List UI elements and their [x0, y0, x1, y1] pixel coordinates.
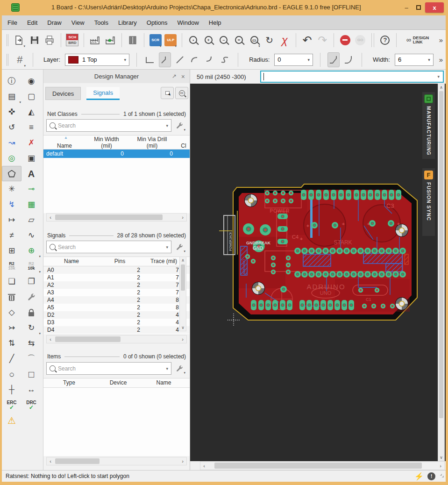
change-tool[interactable] [21, 289, 41, 305]
schematic-board-switch-button[interactable]: SCHBRD [66, 32, 79, 48]
arc-tool[interactable]: ⌒ [21, 351, 41, 366]
col-min-width[interactable]: Min Width(mil) [85, 136, 128, 149]
polygon-cutout-tool[interactable]: ▱ [21, 212, 41, 228]
dimension-tool[interactable]: ↔ [21, 382, 41, 397]
menu-item[interactable]: Tools [94, 19, 108, 26]
run-ulp-button[interactable]: ULP▾ [164, 32, 177, 48]
pad-tool[interactable]: ▣ [21, 150, 41, 166]
zoom-fit-button[interactable]: ▪ [187, 32, 200, 48]
items-search-input[interactable] [58, 365, 164, 372]
col-trace[interactable]: Trace (mil) [140, 257, 179, 266]
width-select[interactable]: 6▾ [395, 54, 434, 66]
tab-manufacturing[interactable]: MANUFACTURING [422, 92, 435, 159]
replace-tool[interactable]: ↻▾ [21, 320, 41, 335]
bend-style-3-button[interactable] [189, 52, 201, 67]
zoom-in-button[interactable]: + [202, 32, 215, 48]
redo-button[interactable]: ↷ [316, 32, 329, 48]
ripup-tool[interactable]: ✗ [21, 135, 41, 150]
print-button[interactable] [43, 32, 57, 48]
signal-row[interactable]: A327 [43, 289, 190, 296]
paste-tool[interactable]: ❐ [21, 274, 41, 289]
add-part-tool[interactable]: ⊞ [2, 243, 21, 258]
signals-search-input[interactable] [58, 244, 164, 250]
line-tool[interactable]: ╱ [2, 351, 21, 366]
info-tool[interactable]: ⓘ [2, 73, 21, 89]
signals-vscrollbar[interactable]: ∧ ∨ [179, 257, 186, 331]
menu-item[interactable]: Window [178, 19, 199, 26]
cam-processor-button[interactable] [88, 32, 101, 48]
col-pins[interactable]: Pins [100, 257, 140, 266]
net-class-row-selected[interactable]: default 0 0 [43, 150, 190, 158]
erc-tool[interactable]: ERC✓ [2, 397, 21, 413]
meander-tool[interactable]: ∿ [21, 228, 41, 243]
items-hscrollbar[interactable]: ‹› [46, 457, 187, 465]
mirror-tool[interactable]: ◭ [21, 104, 41, 120]
value-tool[interactable]: R210k▾ [21, 258, 41, 274]
col-min-via[interactable]: Min Via Drill(mil) [128, 136, 177, 149]
col-name[interactable]: ▲Name [43, 136, 85, 149]
new-open-button[interactable]: ▾ [13, 32, 26, 48]
bend-style-0-button[interactable] [144, 52, 156, 67]
menu-item[interactable]: File [7, 19, 17, 26]
menu-item[interactable]: Edit [27, 19, 37, 26]
text-tool[interactable]: A [21, 166, 41, 181]
redraw-button[interactable]: ↻ [263, 32, 276, 48]
lock-tool[interactable] [21, 305, 41, 320]
split-tool[interactable]: ≠ [2, 228, 21, 243]
delete-tool[interactable] [2, 289, 21, 305]
signal-row[interactable]: D424 [43, 326, 190, 334]
mitre-button[interactable]: χ [278, 32, 291, 48]
zoom-out-button[interactable]: − [217, 32, 230, 48]
port-tool[interactable]: ↦ [2, 212, 21, 228]
align-tool[interactable]: ≡ [21, 120, 41, 135]
signal-row[interactable]: A528 [43, 304, 190, 311]
toolbar2-drag-handle[interactable] [7, 54, 8, 66]
maximize-button[interactable] [413, 2, 424, 13]
group-tool[interactable]: ▢ [21, 89, 41, 104]
undo-button[interactable]: ↶ [301, 32, 314, 48]
signals-hscrollbar[interactable]: ‹› [46, 335, 187, 343]
command-input[interactable]: ▾ [260, 71, 444, 83]
pinswap-tool[interactable]: ⇅ [2, 335, 21, 351]
drc-tool[interactable]: DRC✓ [21, 397, 41, 413]
toolbar-drag-handle[interactable] [7, 34, 8, 46]
col-cl[interactable]: Cl [177, 136, 191, 149]
signal-row[interactable]: A227 [43, 281, 190, 289]
help-button[interactable]: ? [379, 32, 392, 48]
signal-row[interactable]: D324 [43, 319, 190, 326]
run-script-button[interactable]: SCR▾ [149, 32, 162, 48]
bend-style-5-button[interactable] [219, 52, 231, 67]
bend-style-2-button[interactable] [174, 52, 186, 67]
grid-button[interactable]: #▾ [13, 52, 26, 68]
polygon-tool[interactable] [2, 166, 21, 181]
net-tool[interactable]: ⊸ [21, 181, 41, 197]
tab-devices[interactable]: Devices [45, 87, 81, 100]
zoom-select-button[interactable]: ▭▾ [248, 32, 261, 48]
canvas-hscrollbar[interactable]: ‹› [200, 461, 445, 470]
rect-tool[interactable]: □ [21, 366, 41, 382]
signal-row[interactable]: D224 [43, 311, 190, 319]
design-link-button[interactable]: ∞ DESIGNLINK [401, 32, 434, 48]
net-classes-search-input[interactable] [58, 122, 164, 129]
col-device[interactable]: Device [95, 378, 142, 387]
signal-row[interactable]: A127 [43, 274, 190, 281]
go-button[interactable]: GO [354, 32, 367, 48]
tag-tool[interactable]: ◇ [2, 305, 21, 320]
board-canvas[interactable]: +++++ POWER GNDBREAK GND STARK C3 C4 ADR… [190, 84, 446, 461]
close-panel-icon[interactable]: × [181, 73, 185, 80]
canvas-vscrollbar[interactable]: ∧ ∨ [438, 84, 445, 461]
signal-row[interactable]: D524 [43, 334, 190, 335]
save-button[interactable] [28, 32, 41, 48]
close-button[interactable]: x [425, 2, 444, 13]
net-classes-hscrollbar[interactable]: ‹› [46, 213, 187, 221]
show-tool[interactable]: ◉ [21, 73, 41, 89]
net-classes-settings-button[interactable]: ▾ [173, 119, 186, 132]
miter-round-button[interactable] [342, 52, 355, 67]
errors-tool[interactable]: ⚠ [2, 413, 21, 428]
signals-search[interactable]: ▾ [46, 241, 171, 253]
tab-fusion-sync[interactable]: F FUSION SYNC [422, 168, 435, 236]
cam-import-button[interactable] [104, 32, 117, 48]
bend-style-1-button[interactable] [159, 52, 171, 67]
col-name[interactable]: Name [142, 378, 186, 387]
menu-item[interactable]: Help [209, 19, 221, 26]
